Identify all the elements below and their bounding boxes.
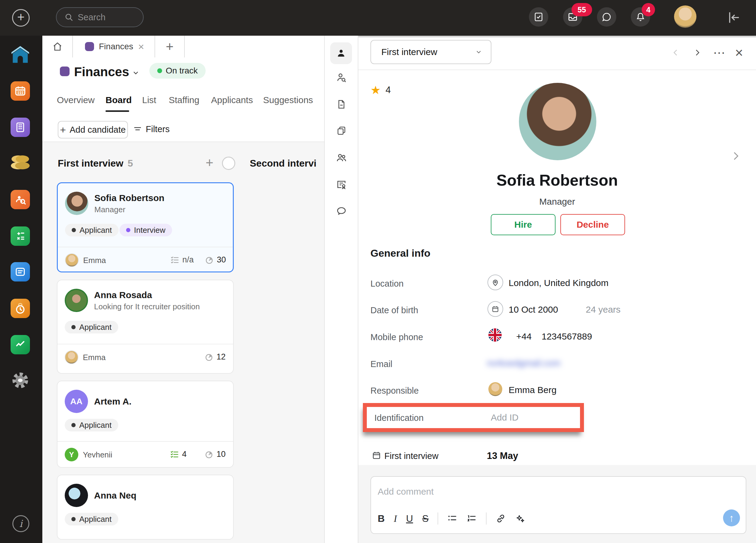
numbered-list-button[interactable] [467, 513, 477, 524]
calendar-icon [487, 301, 503, 317]
tab-applicants[interactable]: Applicants [211, 95, 253, 105]
bullet-list-button[interactable] [447, 513, 458, 524]
hire-button[interactable]: Hire [491, 214, 556, 235]
sidebar-item-documents[interactable] [9, 261, 31, 283]
home-tab[interactable] [42, 36, 72, 57]
user-avatar[interactable] [674, 5, 696, 28]
sidebar-item-calculator[interactable] [9, 225, 31, 247]
identification-add-id-field[interactable]: Add ID [491, 412, 519, 423]
checklist-icon [170, 450, 179, 459]
location-value[interactable]: London, United Kingdom [509, 278, 608, 288]
candidate-name: Anna Rosada [94, 290, 152, 300]
interview-schedule-date[interactable]: 13 May [487, 450, 518, 461]
previous-candidate-button[interactable] [668, 45, 683, 60]
new-tab-button[interactable]: + [155, 36, 184, 57]
responsible-value[interactable]: Emma Berg [509, 385, 556, 395]
phone-code[interactable]: +44 [516, 331, 532, 342]
candidate-name: Sofia Robertson [94, 193, 165, 203]
email-value-blurred[interactable]: nvrkoedgmail.com [487, 358, 560, 368]
bold-button[interactable]: B [378, 513, 385, 524]
coins-icon [10, 154, 30, 171]
board-action-row: + Add candidate Filters [42, 118, 324, 142]
files-tab[interactable] [333, 123, 350, 139]
global-search-input[interactable]: Search [56, 7, 144, 27]
strikethrough-button[interactable]: S [422, 513, 429, 524]
resume-tab[interactable] [333, 96, 350, 112]
underline-button[interactable]: U [406, 513, 413, 524]
tab-overview[interactable]: Overview [57, 95, 95, 105]
sidebar-item-time[interactable] [9, 297, 31, 320]
person-search-icon [336, 72, 347, 83]
comment-section: Add comment B I U S [358, 465, 756, 543]
column-add-icon[interactable]: + [206, 157, 213, 168]
sidebar-item-recruiting[interactable] [9, 188, 31, 211]
candidate-search-tab[interactable] [333, 70, 350, 86]
link-button[interactable] [496, 513, 506, 524]
responsible-label: Responsible [370, 386, 419, 396]
candidate-card-anna-neq[interactable]: Anna Neq Applicant [57, 475, 234, 540]
filters-button[interactable]: Filters [133, 121, 170, 137]
certificates-tab[interactable] [333, 176, 350, 193]
app-window: + Search 55 4 [0, 0, 756, 543]
dial-icon [205, 255, 214, 265]
ai-sparkle-button[interactable] [515, 513, 525, 524]
italic-button[interactable]: I [394, 513, 397, 524]
candidate-photo [519, 83, 596, 160]
help-info-button[interactable]: i [12, 515, 29, 532]
sidebar-item-home[interactable] [9, 43, 31, 66]
sidebar-item-settings[interactable] [9, 369, 31, 392]
gear-icon [11, 371, 30, 390]
rating-value: 4 [386, 85, 391, 96]
close-tab-icon[interactable]: × [138, 41, 144, 53]
score-metric: 30 [205, 255, 226, 265]
more-options-button[interactable]: ⋯ [711, 45, 727, 60]
stage-dropdown[interactable]: First interview [370, 40, 491, 64]
interview-schedule-label: First interview [384, 451, 438, 461]
candidate-card-artem[interactable]: AA Artem A. Applicant Y Yevhenii 4 10 [57, 381, 234, 468]
active-tab-underline [106, 110, 129, 112]
assignee-name: Emma [83, 256, 106, 265]
chat-button[interactable] [597, 7, 616, 27]
column-progress-circle[interactable] [222, 157, 235, 170]
sidebar-item-crm[interactable] [9, 151, 31, 174]
next-candidate-button[interactable] [689, 45, 705, 60]
inbox-badge: 55 [572, 3, 592, 16]
detail-panel-nav-strip [324, 36, 358, 543]
decline-button[interactable]: Decline [560, 214, 625, 235]
collapse-panel-icon[interactable] [726, 10, 741, 25]
close-panel-button[interactable]: × [731, 45, 747, 60]
create-new-button[interactable]: + [12, 9, 30, 27]
expand-chevron-icon[interactable] [730, 150, 742, 162]
identification-label: Identification [374, 413, 424, 423]
sidebar-item-analytics[interactable] [9, 333, 31, 356]
tab-finances[interactable]: Finances × [73, 36, 155, 57]
tab-suggestions[interactable]: Suggestions [263, 95, 313, 105]
tab-board[interactable]: Board [106, 95, 132, 105]
rating[interactable]: ★ 4 [370, 83, 391, 97]
uk-flag-icon[interactable] [488, 328, 502, 342]
tag-applicant: Applicant [65, 321, 118, 333]
home-tab-icon [52, 41, 63, 52]
chevron-down-icon[interactable] [132, 69, 140, 77]
send-comment-button[interactable]: ↑ [723, 509, 740, 526]
candidate-card-sofia-robertson[interactable]: Sofia Robertson Manager Applicant Interv… [57, 182, 234, 272]
page-title: Finances [74, 65, 129, 79]
tab-staffing[interactable]: Staffing [169, 95, 199, 105]
page-header: Finances On track [42, 57, 324, 88]
profile-tab-active[interactable] [330, 42, 352, 64]
add-candidate-button[interactable]: + Add candidate [58, 121, 128, 138]
contacts-tab[interactable] [333, 150, 350, 166]
status-badge[interactable]: On track [149, 63, 206, 79]
comments-tab[interactable] [333, 203, 350, 219]
certificate-icon [336, 179, 347, 190]
comment-placeholder: Add comment [378, 486, 434, 497]
comment-editor[interactable]: Add comment B I U S [370, 476, 746, 534]
tab-list[interactable]: List [142, 95, 156, 105]
candidate-card-anna-rosada[interactable]: Anna Rosada Looking for It recruiter pos… [57, 280, 234, 374]
sidebar-item-company[interactable] [9, 116, 31, 138]
tasks-button[interactable] [529, 7, 548, 27]
assignee-avatar [65, 253, 79, 267]
dob-value[interactable]: 10 Oct 2000 [509, 304, 558, 315]
sidebar-item-calendar[interactable] [9, 80, 31, 102]
phone-number[interactable]: 1234567889 [542, 331, 592, 342]
